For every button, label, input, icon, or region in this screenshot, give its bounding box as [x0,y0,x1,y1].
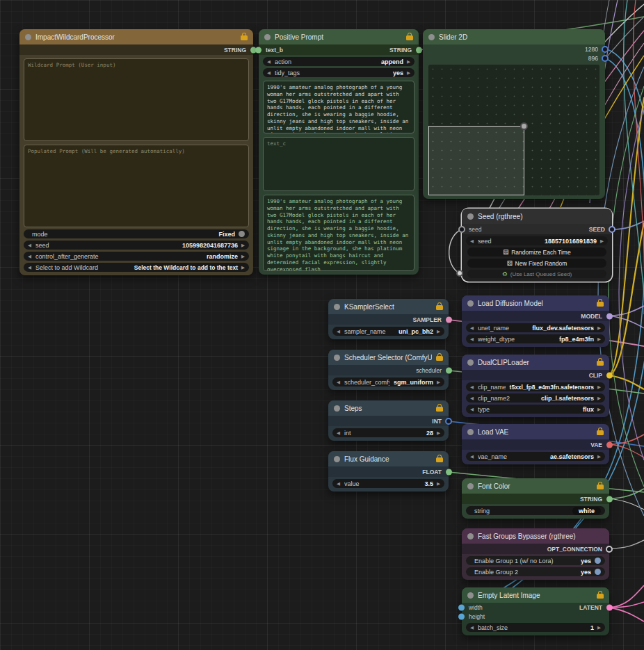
node-header[interactable]: Load VAE [462,424,609,439]
collapse-dot[interactable] [467,592,474,599]
text-b-textarea[interactable]: 1990's amateur analog photograph of a yo… [263,81,414,133]
increment-arrow-icon[interactable]: ▶ [597,336,601,342]
node-header[interactable]: Scheduler Selector (ComfyUI) [328,350,449,365]
collapse-dot[interactable] [334,456,340,462]
node-header[interactable]: Fast Groups Bypasser (rgthree) [462,528,609,544]
decrement-arrow-icon[interactable]: ◀ [337,430,340,436]
result-textarea[interactable]: 1990's amateur analog photograph of a yo… [263,195,414,271]
increment-arrow-icon[interactable]: ▶ [597,454,601,460]
increment-arrow-icon[interactable]: ▶ [241,243,245,248]
increment-arrow-icon[interactable]: ▶ [241,265,245,270]
use-last-queued-seed-button[interactable]: ♻ (Use Last Queued Seed) [467,270,606,278]
decrement-arrow-icon[interactable]: ◀ [470,336,474,342]
decrement-arrow-icon[interactable]: ◀ [470,238,474,244]
collapse-dot[interactable] [334,405,340,412]
collapse-dot[interactable] [334,355,340,361]
output-port-width[interactable] [602,46,609,53]
control-after-generate-widget[interactable]: ◀ control_after_generate randomize ▶ [24,252,249,261]
seed-widget[interactable]: ◀ seed 1059982041687736 ▶ [24,241,249,250]
output-port-sampler[interactable] [446,316,452,323]
output-port-height[interactable] [602,55,609,62]
slider-2d-canvas[interactable] [428,65,599,195]
increment-arrow-icon[interactable]: ▶ [437,481,440,487]
node-header[interactable]: Seed (rgthree) [462,209,612,224]
node-header[interactable]: ImpactWildcardProcessor [19,29,253,44]
output-port-seed[interactable] [609,226,615,233]
decrement-arrow-icon[interactable]: ◀ [28,243,31,248]
decrement-arrow-icon[interactable]: ◀ [267,70,271,76]
enable-group-2-toggle-row[interactable]: Enable Group 2 yes [466,567,605,576]
increment-arrow-icon[interactable]: ▶ [407,70,410,76]
node-load-vae[interactable]: Load VAE VAE ◀ vae_name ae.safetensors ▶ [462,424,609,464]
node-header[interactable]: Flux Guidance [328,451,449,466]
collapse-dot[interactable] [25,34,31,40]
collapse-dot[interactable] [467,483,474,489]
randomize-each-time-button[interactable]: ⚄ Randomize Each Time [467,247,606,257]
tidy-tags-widget[interactable]: ◀ tidy_tags yes ▶ [263,68,414,77]
node-header[interactable]: Steps [328,400,449,416]
scheduler-comfy-widget[interactable]: ◀ scheduler_comfy sgm_uniform ▶ [332,377,444,387]
batch-size-widget[interactable]: ◀ batch_size 1 ▶ [466,623,605,632]
output-port-opt-connection[interactable] [606,546,613,553]
node-positive-prompt[interactable]: Positive Prompt text_b STRING ◀ action a… [259,29,419,275]
action-widget[interactable]: ◀ action append ▶ [263,57,414,66]
increment-arrow-icon[interactable]: ▶ [437,329,440,334]
increment-arrow-icon[interactable]: ▶ [597,325,601,331]
decrement-arrow-icon[interactable]: ◀ [470,407,474,412]
mode-widget[interactable]: mode Fixed [24,229,249,238]
decrement-arrow-icon[interactable]: ◀ [470,625,474,631]
seed-widget[interactable]: ◀ seed 188571016891839 ▶ [466,236,608,245]
node-slider-2d[interactable]: Slider 2D 1280 896 [423,29,605,199]
wildcard-prompt-textarea[interactable]: Wildcard Prompt (User input) [24,58,249,141]
node-steps[interactable]: Steps INT ◀ int 28 ▶ [328,400,449,441]
collapse-dot[interactable] [264,34,271,40]
group-2-toggle[interactable] [595,569,601,575]
reroute-node[interactable] [456,270,463,277]
collapse-dot[interactable] [334,304,340,310]
decrement-arrow-icon[interactable]: ◀ [28,254,31,259]
node-dual-clip-loader[interactable]: DualCLIPLoader CLIP ◀ clip_name1 t5xxl_f… [462,355,609,417]
output-port-string[interactable] [606,496,613,502]
slider-handle[interactable] [520,122,528,130]
decrement-arrow-icon[interactable]: ◀ [337,481,340,487]
sampler-name-widget[interactable]: ◀ sampler_name uni_pc_bh2 ▶ [332,327,444,336]
new-fixed-random-button[interactable]: ⚄ New Fixed Random [467,259,606,268]
node-fast-groups-bypasser[interactable]: Fast Groups Bypasser (rgthree) OPT_CONNE… [462,528,609,580]
output-port-clip[interactable] [606,372,613,378]
group-1-toggle[interactable] [595,558,601,564]
node-header[interactable]: KSamplerSelect [328,299,449,314]
node-header[interactable]: Font Color [462,478,609,494]
slider-selected-region[interactable] [428,126,524,195]
input-port-seed[interactable] [458,226,465,233]
node-flux-guidance[interactable]: Flux Guidance FLOAT ◀ value 3.5 ▶ [328,451,449,491]
decrement-arrow-icon[interactable]: ◀ [470,384,474,390]
increment-arrow-icon[interactable]: ▶ [597,625,601,631]
input-port-width[interactable] [458,604,465,610]
output-port-int[interactable] [445,418,452,425]
decrement-arrow-icon[interactable]: ◀ [470,325,474,331]
collapse-dot[interactable] [467,300,474,307]
node-header[interactable]: DualCLIPLoader [462,355,609,370]
collapse-dot[interactable] [428,34,435,40]
value-widget[interactable]: ◀ value 3.5 ▶ [332,479,444,488]
decrement-arrow-icon[interactable]: ◀ [267,59,271,65]
node-header[interactable]: Empty Latent Image [462,587,609,603]
collapse-dot[interactable] [467,429,474,435]
input-port-text-b[interactable] [255,47,261,53]
clip-name2-widget[interactable]: ◀ clip_name2 clip_l.safetensors ▶ [466,393,605,403]
select-wildcard-widget[interactable]: ◀ Select to add Wildcard Select the Wild… [24,263,249,272]
output-port-scheduler[interactable] [446,367,452,373]
weight-dtype-widget[interactable]: ◀ weight_dtype fp8_e4m3fn ▶ [466,334,605,343]
input-port-height[interactable] [458,613,465,619]
output-port-latent[interactable] [606,604,613,610]
node-seed-rgthree[interactable]: Seed (rgthree) seed SEED ◀ seed 18857101… [462,209,612,282]
node-graph-canvas[interactable]: ImpactWildcardProcessor STRING Wildcard … [0,0,644,650]
output-port-string[interactable] [416,47,422,53]
mode-toggle[interactable] [239,231,245,237]
type-widget[interactable]: ◀ type flux ▶ [466,405,605,414]
increment-arrow-icon[interactable]: ▶ [437,430,440,436]
text-c-textarea[interactable]: text_c [263,137,414,191]
output-port-vae[interactable] [606,441,613,448]
output-port-model[interactable] [606,313,613,319]
node-ksampler-select[interactable]: KSamplerSelect SAMPLER ◀ sampler_name un… [328,299,449,339]
